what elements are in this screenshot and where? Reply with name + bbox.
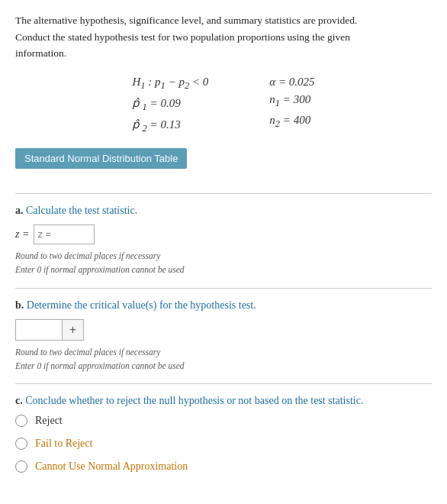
z-hint: Round to two decimal places if necessary… — [15, 249, 432, 277]
radio-fail-circle[interactable] — [15, 438, 27, 450]
section-b-label: b. Determine the critical value(s) for t… — [15, 299, 432, 312]
z-input-row: z = — [15, 225, 432, 244]
radio-fail-to-reject[interactable]: Fail to Reject — [15, 438, 432, 450]
radio-reject-circle[interactable] — [15, 415, 27, 427]
divider-1 — [15, 193, 432, 194]
radio-cannot-label: Cannot Use Normal Approximation — [35, 460, 188, 473]
radio-reject[interactable]: Reject — [15, 415, 432, 427]
section-a-label: a. Calculate the test statistic. — [15, 205, 432, 217]
n1-line: n1 = 300 — [269, 93, 314, 109]
radio-reject-label: Reject — [35, 415, 63, 427]
critical-value-input-wrapper: + — [15, 319, 84, 341]
n2-line: n2 = 400 — [269, 114, 314, 130]
intro-text: The alternative hypothesis, significance… — [15, 12, 432, 62]
alpha-line: α = 0.025 — [269, 76, 314, 89]
conclusion-radio-group: Reject Fail to Reject Cannot Use Normal … — [15, 415, 432, 473]
phat1-line: p̂ 1 = 0.09 — [132, 96, 208, 113]
z-label: z = — [15, 228, 29, 241]
radio-cannot-circle[interactable] — [15, 460, 27, 473]
divider-3 — [15, 383, 432, 384]
phat2-line: p̂ 2 = 0.13 — [132, 118, 208, 134]
critical-value-add-button[interactable]: + — [62, 320, 83, 340]
critical-hint: Round to two decimal places if necessary… — [15, 345, 432, 373]
divider-2 — [15, 288, 432, 289]
hyp-right-col: α = 0.025 n1 = 300 n2 = 400 — [269, 76, 314, 134]
standard-normal-table-button[interactable]: Standard Normal Distribution Table — [15, 148, 187, 169]
critical-value-input[interactable] — [16, 320, 62, 340]
radio-fail-label: Fail to Reject — [35, 438, 92, 450]
hypothesis-block: H1 : p1 − p2 < 0 p̂ 1 = 0.09 p̂ 2 = 0.13… — [15, 76, 432, 134]
z-input[interactable] — [34, 225, 95, 244]
section-c-label: c. Conclude whether to reject the null h… — [15, 395, 432, 407]
h1-line: H1 : p1 − p2 < 0 — [132, 76, 208, 92]
hyp-left-col: H1 : p1 − p2 < 0 p̂ 1 = 0.09 p̂ 2 = 0.13 — [132, 76, 208, 134]
radio-cannot-use[interactable]: Cannot Use Normal Approximation — [15, 460, 432, 473]
